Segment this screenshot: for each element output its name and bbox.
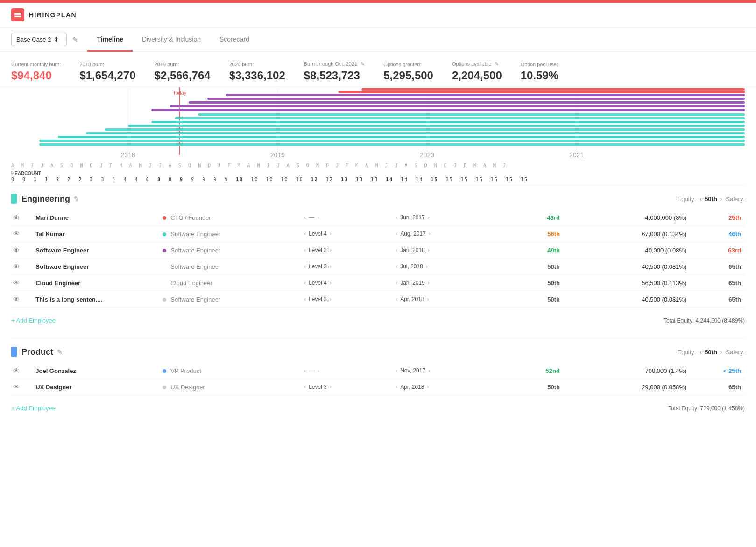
svg-rect-14 [39, 140, 745, 142]
date-next[interactable]: › [425, 263, 429, 270]
level-next[interactable]: › [316, 367, 320, 374]
salary-percentile: 65th [728, 296, 741, 303]
date-nav: ‹ Jul, 2018 › [395, 263, 503, 270]
level-nav: ‹ Level 4 › [303, 231, 391, 237]
svg-rect-21 [198, 113, 745, 116]
level-next[interactable]: › [329, 384, 332, 390]
tab-timeline[interactable]: Timeline [87, 28, 133, 52]
burn-edit-icon[interactable]: ✎ [360, 61, 365, 67]
emp-title: Software Engineer [170, 247, 220, 254]
date-prev[interactable]: ‹ [395, 231, 398, 237]
nav-area: Base Case 2 ⬍ ✎ Timeline Diversity & Inc… [0, 28, 756, 52]
visibility-icon[interactable]: 👁 [13, 246, 20, 254]
product-title: Product [21, 347, 53, 357]
product-equity-prev[interactable]: ‹ [699, 348, 703, 356]
level-prev[interactable]: ‹ [303, 247, 307, 253]
table-row: 👁 Tal Kumar Software Engineer ‹ Level 4 … [11, 226, 745, 242]
visibility-icon[interactable]: 👁 [13, 230, 20, 238]
emp-title: Software Engineer [170, 263, 220, 270]
svg-rect-0 [14, 13, 21, 14]
product-equity-next[interactable]: › [719, 348, 723, 356]
level-prev[interactable]: ‹ [303, 296, 307, 302]
date-value: Aug, 2017 [400, 231, 426, 237]
level-prev[interactable]: ‹ [303, 280, 307, 286]
salary-percentile: 65th [728, 384, 741, 391]
level-next[interactable]: › [329, 296, 332, 302]
emp-title: Software Engineer [170, 231, 220, 238]
tab-scorecard[interactable]: Scorecard [210, 28, 259, 52]
level-prev[interactable]: ‹ [303, 384, 307, 390]
emp-name: Software Engineer [35, 247, 89, 254]
scenario-edit-icon[interactable]: ✎ [72, 36, 78, 43]
product-total-equity: Total Equity: 729,000 (1.458%) [668, 405, 745, 412]
date-prev[interactable]: ‹ [395, 214, 398, 221]
add-employee-button[interactable]: + Add Employee [11, 311, 56, 330]
date-next[interactable]: › [428, 231, 431, 237]
level-prev[interactable]: ‹ [303, 367, 307, 374]
date-next[interactable]: › [426, 384, 430, 390]
date-next[interactable]: › [427, 280, 431, 286]
today-label: Today [173, 90, 186, 96]
visibility-icon[interactable]: 👁 [13, 367, 20, 374]
engineering-total-equity: Total Equity: 4,244,500 (8.489%) [664, 317, 745, 324]
svg-rect-13 [39, 143, 745, 146]
level-next[interactable]: › [329, 263, 332, 270]
equity-percentile: 49th [547, 247, 560, 254]
date-nav: ‹ Jan, 2019 › [395, 280, 503, 286]
date-prev[interactable]: ‹ [395, 280, 398, 286]
table-row: 👁 Cloud Engineer Cloud Engineer ‹ Level … [11, 275, 745, 291]
level-next[interactable]: › [329, 280, 332, 286]
date-prev[interactable]: ‹ [395, 296, 398, 302]
visibility-icon[interactable]: 👁 [13, 263, 20, 270]
tab-diversity[interactable]: Diversity & Inclusion [133, 28, 210, 52]
engineering-equity-nav: ‹ 50th › [699, 195, 723, 203]
level-next[interactable]: › [316, 214, 320, 221]
salary-percentile: < 25th [723, 367, 741, 374]
level-nav: ‹ — › [303, 367, 391, 374]
engineering-equity-prev[interactable]: ‹ [699, 195, 703, 203]
visibility-icon[interactable]: 👁 [13, 383, 20, 391]
level-prev[interactable]: ‹ [303, 214, 307, 221]
level-nav: ‹ — › [303, 214, 391, 221]
svg-rect-2 [14, 16, 21, 17]
equity-percentile: 43rd [547, 214, 559, 221]
date-next[interactable]: › [427, 214, 431, 221]
date-value: Jan, 2018 [400, 247, 425, 253]
equity-amount: 700,000 (1.4%) [645, 367, 686, 374]
options-edit-icon[interactable]: ✎ [495, 61, 499, 67]
date-next[interactable]: › [426, 296, 430, 302]
visibility-icon[interactable]: 👁 [13, 279, 20, 287]
add-employee-button-product[interactable]: + Add Employee [11, 399, 56, 417]
equity-percentile: 52nd [546, 367, 560, 374]
dot-icon [163, 265, 166, 269]
emp-name: Tal Kumar [35, 231, 65, 238]
date-prev[interactable]: ‹ [395, 247, 398, 253]
engineering-equity-next[interactable]: › [719, 195, 723, 203]
date-value: Jan, 2019 [400, 280, 425, 286]
visibility-icon[interactable]: 👁 [13, 295, 20, 303]
level-next[interactable]: › [329, 231, 332, 237]
svg-rect-17 [105, 128, 745, 131]
level-value: Level 4 [309, 280, 327, 286]
date-prev[interactable]: ‹ [395, 384, 398, 390]
engineering-edit-icon[interactable]: ✎ [74, 195, 79, 203]
date-prev[interactable]: ‹ [395, 263, 398, 270]
product-section: Product ✎ Equity: ‹ 50th › Salary: 👁 Joe… [0, 339, 756, 419]
stat-options-granted: Options granted: 5,295,500 [383, 62, 433, 82]
headcount-section: HEADCOUNT 0 0 1 1 2 2 2 3 3 4 4 4 6 8 8 … [0, 169, 756, 186]
date-next[interactable]: › [427, 247, 431, 253]
level-prev[interactable]: ‹ [303, 231, 307, 237]
headcount-label: HEADCOUNT [11, 171, 745, 176]
scenario-dropdown[interactable]: Base Case 2 ⬍ [11, 33, 67, 46]
date-prev[interactable]: ‹ [395, 367, 398, 374]
dot-icon [163, 386, 166, 389]
date-next[interactable]: › [427, 367, 431, 374]
svg-text:2020: 2020 [420, 151, 434, 159]
svg-text:2021: 2021 [569, 151, 584, 159]
level-prev[interactable]: ‹ [303, 263, 307, 270]
engineering-header: Engineering ✎ Equity: ‹ 50th › Salary: [11, 194, 745, 204]
product-edit-icon[interactable]: ✎ [57, 348, 63, 356]
visibility-icon[interactable]: 👁 [13, 214, 20, 221]
equity-percentile: 50th [547, 263, 560, 270]
level-next[interactable]: › [329, 247, 332, 253]
